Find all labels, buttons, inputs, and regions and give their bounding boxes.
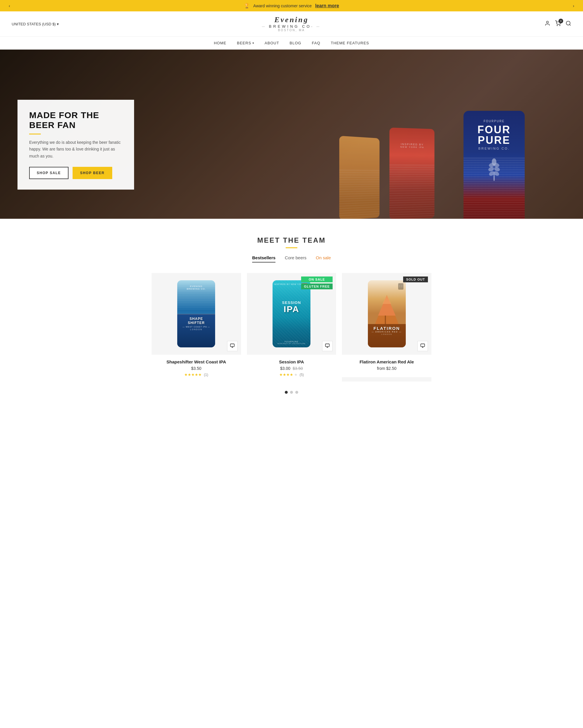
product-price-flatiron: from $2.50 [346, 366, 427, 371]
tab-bestsellers[interactable]: Bestsellers [252, 255, 275, 262]
shop-beer-button[interactable]: SHOP BEER [73, 167, 112, 179]
announcement-prev-button[interactable]: ‹ [6, 1, 13, 10]
account-icon[interactable] [545, 20, 550, 28]
product-price-session: $3.00 $3.50 [252, 366, 332, 371]
beer-can-middle: INSPIRED BY NEW YORK IPA [389, 127, 434, 219]
product-badges-session: ON SALE GLUTEN FREE [301, 277, 333, 289]
beer-can-back [339, 136, 380, 219]
nav-home[interactable]: HOME [214, 41, 226, 45]
product-card-shapeshifter[interactable]: EVENING BREWING CO. SHAPESHIFTER — WEST … [151, 273, 241, 382]
product-image-shapeshifter: EVENING BREWING CO. SHAPESHIFTER — WEST … [151, 273, 241, 355]
announcement-link[interactable]: learn more [315, 3, 339, 8]
beer-can-main: FOURPURE FOURPURE BREWING CO. [464, 111, 525, 219]
badge-on-sale: ON SALE [301, 277, 333, 282]
product-name-shapeshifter: Shapeshifter West Coast IPA [156, 359, 237, 364]
can-illustration-shapeshifter: EVENING BREWING CO. SHAPESHIFTER — WEST … [177, 280, 215, 347]
site-logo[interactable]: Evening BREWING CO· BOSTON, MA [262, 16, 321, 32]
logo-location: BOSTON, MA [262, 29, 321, 32]
hero-buttons: SHOP SALE SHOP BEER [29, 167, 122, 179]
site-header: UNITED STATES (USD $) ▾ Evening BREWING … [0, 11, 583, 37]
quick-add-flatiron[interactable] [417, 341, 428, 351]
announcement-next-button[interactable]: › [570, 1, 577, 10]
product-image-flatiron: FLATIRON — AMERICAN RED — LONDON ⋮⋮ [342, 273, 432, 355]
nav-blog[interactable]: BLOG [290, 41, 301, 45]
nav-beers[interactable]: BEERS ▾ [237, 41, 254, 45]
tab-on-sale[interactable]: On sale [316, 255, 331, 262]
svg-point-2 [560, 25, 560, 26]
products-grid: EVENING BREWING CO. SHAPESHIFTER — WEST … [151, 273, 432, 382]
product-info-shapeshifter: Shapeshifter West Coast IPA $3.50 ★★★★★ … [151, 355, 241, 382]
product-card-session[interactable]: ON SALE GLUTEN FREE INSPIRED BY NEW YORK… [247, 273, 336, 382]
currency-selector[interactable]: UNITED STATES (USD $) ▾ [12, 22, 59, 26]
can-illustration-session: INSPIRED BY NEW YORK IPA SESSION IPA FOU… [273, 280, 310, 347]
announcement-bar: ‹ 🏆 Award winning customer service learn… [0, 0, 583, 11]
section-underline [286, 247, 297, 248]
hero-cans: INSPIRED BY NEW YORK IPA FOURPURE FOURPU… [233, 50, 554, 219]
announcement-text: Award winning customer service [253, 3, 312, 8]
product-info-flatiron: Flatiron American Red Ale from $2.50 [342, 355, 432, 377]
hero-title: MADE FOR THE BEER FAN [29, 110, 122, 130]
svg-line-4 [570, 24, 571, 25]
product-card-flatiron[interactable]: SOLD OUT FLATIRON [342, 273, 432, 382]
pagination-dot-3[interactable] [295, 391, 298, 394]
product-info-session: Session IPA $3.00 $3.50 ★★★★★ (5) [247, 355, 336, 382]
nav-theme-features[interactable]: THEME FEATURES [331, 41, 369, 45]
svg-point-5 [494, 174, 495, 181]
badge-gluten-free: GLUTEN FREE [301, 284, 333, 289]
header-right: 0 [513, 20, 571, 28]
cart-icon[interactable]: 0 [555, 20, 561, 28]
tab-core-beers[interactable]: Core beers [285, 255, 306, 262]
product-price-shapeshifter: $3.50 [156, 366, 237, 371]
nav-faq[interactable]: FAQ [312, 41, 321, 45]
products-section: MEET THE TEAM Bestsellers Core beers On … [0, 219, 583, 406]
quick-add-shapeshifter[interactable] [227, 341, 238, 351]
logo-subtitle: BREWING CO· [262, 24, 321, 29]
quick-add-session[interactable] [322, 341, 333, 351]
product-name-session: Session IPA [252, 359, 332, 364]
section-title: MEET THE TEAM [12, 236, 571, 244]
pagination-dots [12, 391, 571, 394]
nav-about[interactable]: ABOUT [265, 41, 279, 45]
svg-rect-13 [230, 344, 234, 346]
hero-text: Everything we do is about keeping the be… [29, 139, 122, 160]
badge-sold-out: SOLD OUT [403, 277, 428, 282]
product-badges-flatiron: SOLD OUT [403, 277, 428, 282]
can-illustration-flatiron: FLATIRON — AMERICAN RED — LONDON ⋮⋮ [368, 280, 406, 347]
svg-point-1 [557, 25, 558, 26]
shop-sale-button[interactable]: SHOP SALE [29, 167, 68, 179]
svg-marker-21 [383, 295, 391, 304]
header-left: UNITED STATES (USD $) ▾ [12, 22, 70, 26]
search-icon[interactable] [565, 20, 571, 28]
cart-badge: 0 [558, 19, 563, 23]
main-nav: HOME BEERS ▾ ABOUT BLOG FAQ THEME FEATUR… [0, 37, 583, 50]
pagination-dot-1[interactable] [285, 391, 288, 394]
product-name-flatiron: Flatiron American Red Ale [346, 359, 427, 364]
hero-underline [29, 134, 41, 134]
hero-section: INSPIRED BY NEW YORK IPA FOURPURE FOURPU… [0, 50, 583, 219]
product-tabs: Bestsellers Core beers On sale [12, 255, 571, 262]
svg-point-12 [492, 158, 496, 165]
hero-content: MADE FOR THE BEER FAN Everything we do i… [18, 100, 134, 189]
logo-name: Evening [262, 16, 321, 24]
svg-point-0 [547, 21, 549, 23]
svg-rect-23 [421, 344, 424, 346]
svg-rect-16 [326, 344, 329, 346]
product-stars-session: ★★★★★ (5) [252, 372, 332, 377]
pagination-dot-2[interactable] [290, 391, 293, 394]
can-group: INSPIRED BY NEW YORK IPA FOURPURE FOURPU… [233, 50, 554, 219]
product-stars-shapeshifter: ★★★★★ (1) [156, 372, 237, 377]
trophy-icon: 🏆 [244, 3, 250, 8]
svg-point-3 [566, 21, 570, 25]
